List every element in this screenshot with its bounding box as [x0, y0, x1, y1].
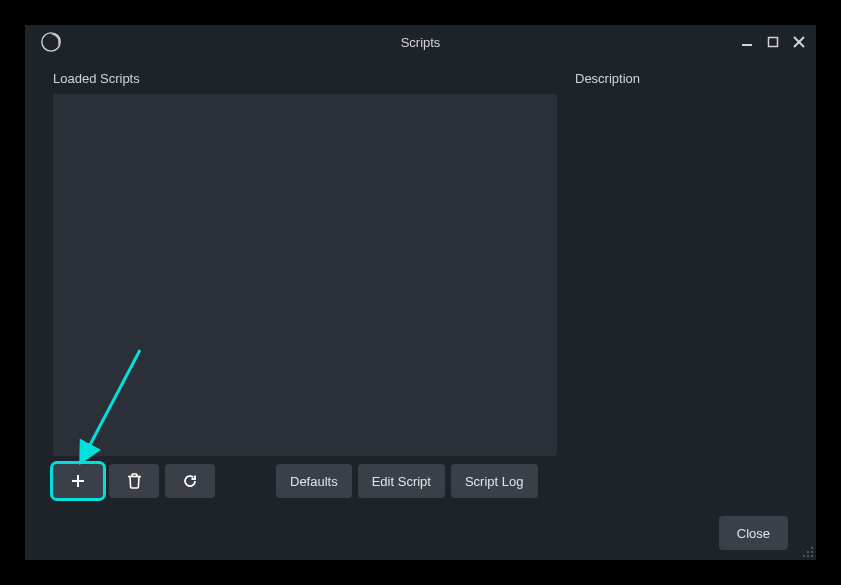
trash-icon [127, 473, 142, 489]
close-button[interactable]: Close [719, 516, 788, 550]
svg-point-12 [803, 555, 805, 557]
scripts-toolbar: Defaults Edit Script Script Log [53, 464, 557, 498]
minimize-button[interactable] [738, 33, 756, 51]
script-log-button[interactable]: Script Log [451, 464, 538, 498]
reload-scripts-button[interactable] [165, 464, 215, 498]
obs-app-icon [39, 30, 63, 54]
svg-rect-3 [769, 38, 778, 47]
left-panel: Loaded Scripts [53, 71, 557, 498]
remove-script-button[interactable] [109, 464, 159, 498]
svg-point-13 [807, 555, 809, 557]
svg-point-1 [48, 39, 54, 45]
svg-point-10 [807, 551, 809, 553]
svg-point-11 [811, 551, 813, 553]
window-title: Scripts [401, 35, 441, 50]
edit-script-button[interactable]: Edit Script [358, 464, 445, 498]
description-label: Description [575, 71, 788, 86]
window-controls [738, 33, 808, 51]
dialog-content: Loaded Scripts [25, 59, 816, 560]
maximize-button[interactable] [764, 33, 782, 51]
svg-point-9 [811, 547, 813, 549]
main-row: Loaded Scripts [53, 71, 788, 498]
reload-icon [182, 473, 198, 489]
defaults-button[interactable]: Defaults [276, 464, 352, 498]
svg-point-14 [811, 555, 813, 557]
close-window-button[interactable] [790, 33, 808, 51]
loaded-scripts-label: Loaded Scripts [53, 71, 557, 86]
right-panel: Description [575, 71, 788, 498]
dialog-footer: Close [53, 516, 788, 550]
add-script-button[interactable] [53, 464, 103, 498]
plus-icon [70, 473, 86, 489]
resize-grip[interactable] [802, 546, 814, 558]
titlebar: Scripts [25, 25, 816, 59]
loaded-scripts-list[interactable] [53, 94, 557, 456]
scripts-dialog: Scripts Loaded Scripts [25, 25, 816, 560]
